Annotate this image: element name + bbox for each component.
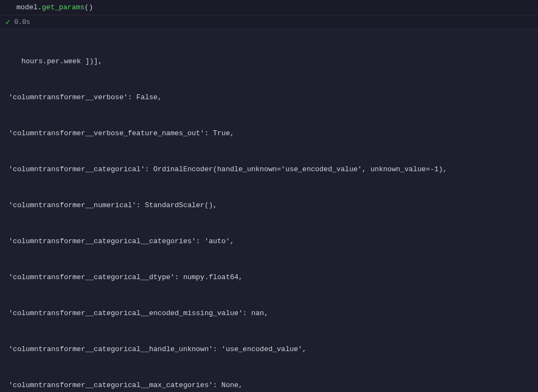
execution-time: 0.0s bbox=[14, 19, 30, 26]
execution-status-bar: ✓ 0.0s bbox=[0, 15, 538, 29]
output-line: 'columntransformer__categorical': Ordina… bbox=[4, 164, 538, 176]
output-line: 'columntransformer__categorical__dtype':… bbox=[4, 272, 538, 284]
check-icon: ✓ bbox=[5, 17, 10, 27]
output-line: 'columntransformer__numerical': Standard… bbox=[4, 200, 538, 212]
output-line: 'columntransformer__verbose': False, bbox=[4, 92, 538, 104]
output-line: 'columntransformer__categorical__handle_… bbox=[4, 343, 538, 355]
cell-output[interactable]: hours.per.week ])], 'columntransformer__… bbox=[0, 29, 538, 392]
output-line: 'columntransformer__categorical__categor… bbox=[4, 236, 538, 248]
code-method: get_params bbox=[42, 3, 85, 11]
output-line: 'columntransformer__categorical__encoded… bbox=[4, 307, 538, 319]
output-line: 'columntransformer__verbose_feature_name… bbox=[4, 128, 538, 140]
output-line: 'columntransformer__categorical__max_cat… bbox=[4, 379, 538, 391]
code-parens: () bbox=[85, 3, 93, 11]
code-input-line[interactable]: model.get_params() bbox=[16, 3, 522, 11]
code-cell-header[interactable]: model.get_params() bbox=[0, 0, 538, 15]
output-line: hours.per.week ])], bbox=[4, 56, 538, 68]
code-object: model. bbox=[16, 3, 42, 11]
